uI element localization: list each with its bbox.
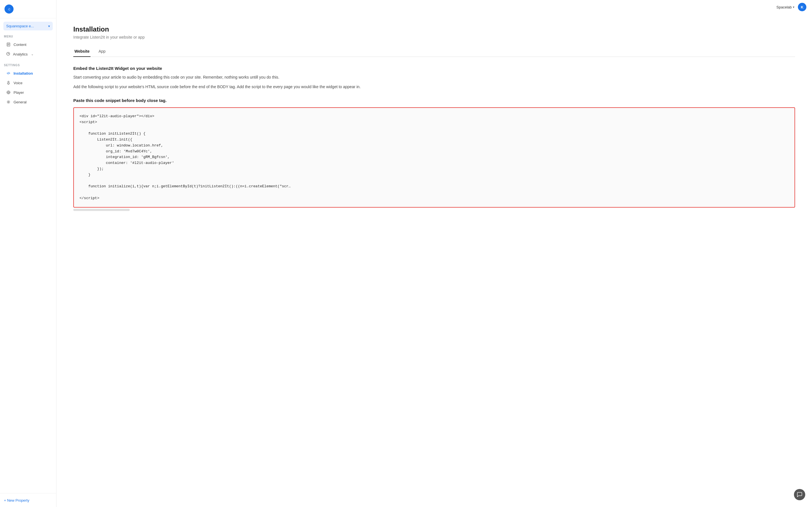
sidebar-logo-area: ♫ — [0, 0, 56, 18]
content-icon — [6, 42, 11, 47]
page-subtitle: Integrate Listen2It in your website or a… — [73, 35, 795, 40]
svg-line-5 — [8, 72, 9, 74]
player-label: Player — [13, 91, 24, 95]
property-selector[interactable]: Squarespace e... ▾ — [3, 22, 53, 31]
svg-point-9 — [8, 92, 9, 93]
player-icon — [6, 90, 11, 95]
main-content: Spacelab ▾ K Installation Integrate List… — [56, 0, 812, 507]
analytics-chevron-icon: ⌄ — [31, 52, 34, 56]
embed-para1: Start converting your article to audio b… — [73, 74, 795, 80]
new-property-button[interactable]: + New Property — [4, 498, 29, 503]
content-label: Content — [13, 43, 27, 47]
chat-button[interactable] — [794, 489, 805, 500]
tab-app[interactable]: App — [97, 46, 107, 57]
voice-label: Voice — [13, 81, 22, 85]
embed-section-title: Embed the Listen2It Widget on your websi… — [73, 66, 795, 71]
top-bar: Spacelab ▾ K — [56, 0, 812, 14]
installation-icon — [6, 71, 11, 75]
settings-section-label: SETTINGS — [0, 59, 56, 68]
tabs-container: Website App — [73, 46, 795, 57]
general-gear-icon — [6, 100, 11, 104]
embed-para2: Add the following script to your website… — [73, 83, 795, 90]
sidebar-item-content[interactable]: Content — [2, 40, 54, 49]
property-name-label: Squarespace e... — [6, 24, 34, 28]
workspace-chevron-icon: ▾ — [793, 5, 795, 9]
sidebar-item-general[interactable]: General — [2, 98, 54, 107]
content-area: Installation Integrate Listen2It in your… — [56, 14, 812, 222]
sidebar-item-voice[interactable]: Voice — [2, 78, 54, 87]
code-section-label: Paste this code snippet before body clos… — [73, 98, 795, 103]
svg-point-14 — [8, 101, 9, 103]
sidebar-item-installation[interactable]: Installation — [2, 69, 54, 78]
page-title: Installation — [73, 25, 795, 33]
analytics-label: Analytics — [13, 52, 28, 56]
installation-label: Installation — [13, 71, 33, 75]
voice-icon — [6, 80, 11, 85]
svg-rect-6 — [8, 81, 9, 83]
tab-website[interactable]: Website — [73, 46, 91, 57]
analytics-icon — [6, 52, 10, 57]
code-text: <div id="l2it-audio-player"></div> <scri… — [80, 114, 291, 200]
property-chevron-icon: ▾ — [48, 24, 50, 28]
workspace-selector[interactable]: Spacelab ▾ — [776, 5, 795, 9]
code-scrollbar[interactable] — [73, 209, 130, 211]
menu-section-label: MENU — [0, 31, 56, 40]
code-snippet-block[interactable]: <div id="l2it-audio-player"></div> <scri… — [73, 107, 795, 208]
app-logo-icon[interactable]: ♫ — [4, 4, 13, 13]
general-label: General — [13, 100, 27, 104]
workspace-name: Spacelab — [776, 5, 792, 9]
sidebar: ♫ Squarespace e... ▾ MENU Content Analyt… — [0, 0, 56, 507]
user-avatar[interactable]: K — [798, 3, 806, 11]
sidebar-bottom: + New Property — [0, 493, 56, 507]
sidebar-item-player[interactable]: Player — [2, 88, 54, 97]
sidebar-item-analytics[interactable]: Analytics ⌄ — [2, 50, 54, 59]
